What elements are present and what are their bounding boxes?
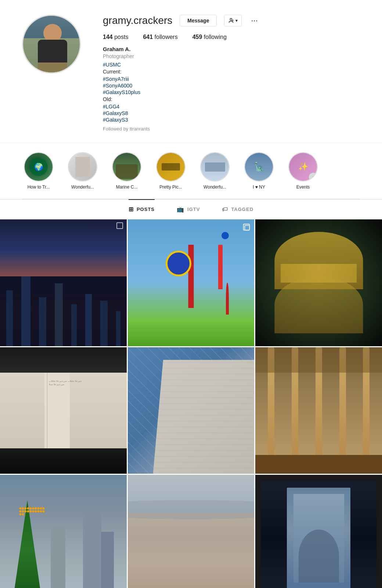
tab-tagged[interactable]: 🏷 TAGGED	[222, 200, 253, 218]
grid-icon: ⊞	[129, 206, 134, 213]
bio-link-sonya6000[interactable]: #SonyA6000	[103, 83, 132, 89]
bio-old: Old:	[103, 96, 112, 102]
posts-label: posts	[114, 34, 128, 40]
followed-by: Followed by ttranrants	[103, 126, 360, 132]
user-check-icon	[228, 18, 234, 24]
photo-cell[interactable]: ةيبرعلا ةغللاب صن ةيبرعلا ةغللاب صن ةيبر…	[0, 347, 127, 474]
bio-link-galaxys8[interactable]: #GalaxyS8	[103, 110, 128, 116]
story-label: Marine C...	[116, 184, 138, 190]
svg-rect-1	[244, 224, 250, 230]
posts-stat[interactable]: 144 posts	[103, 34, 128, 40]
svg-point-0	[230, 18, 232, 20]
multi-photo-icon	[242, 223, 251, 231]
display-name: Graham A.	[103, 46, 360, 52]
followers-stat[interactable]: 641 followers	[143, 34, 177, 40]
username: gramy.crackers	[103, 15, 172, 26]
story-label: Events	[296, 184, 310, 190]
bio-link-galaxys3[interactable]: #GalaxyS3	[103, 117, 128, 123]
bio-link-sonya7riii[interactable]: #SonyA7riii	[103, 76, 129, 82]
avatar[interactable]	[22, 15, 81, 74]
photo-cell[interactable]	[0, 219, 127, 346]
story-label: Wonderfu...	[203, 184, 226, 190]
chevron-down-icon: ▾	[235, 18, 238, 23]
svg-rect-2	[245, 225, 250, 230]
tab-igtv[interactable]: 📺 IGTV	[177, 200, 200, 218]
photo-cell[interactable]	[255, 219, 382, 346]
more-stories-button[interactable]: ›	[309, 173, 318, 182]
bio-link-usmc[interactable]: #USMC	[103, 62, 121, 68]
story-item[interactable]: Wonderfu...	[66, 152, 99, 190]
tabs-section: ⊞ POSTS 📺 IGTV 🏷 TAGGED	[0, 199, 382, 218]
photo-cell[interactable]	[255, 475, 382, 588]
story-item[interactable]: 🗽 I ♥ NY	[242, 152, 275, 190]
stats-row: 144 posts 641 followers 459 following	[103, 34, 360, 40]
tab-tagged-label: TAGGED	[231, 207, 253, 212]
story-label: How to Tr...	[28, 184, 50, 190]
story-item[interactable]: Wonderfu...	[198, 152, 231, 190]
story-label: I ♥ NY	[253, 184, 265, 190]
photo-cell[interactable]	[128, 219, 255, 346]
tab-posts-label: POSTS	[137, 207, 155, 212]
photo-cell[interactable]	[128, 475, 255, 588]
more-options-button[interactable]: ···	[249, 16, 259, 25]
tab-posts[interactable]: ⊞ POSTS	[129, 199, 155, 218]
story-circle[interactable]	[200, 152, 230, 182]
followers-count: 641	[143, 34, 153, 40]
following-count: 459	[192, 34, 202, 40]
bio-current: Current:	[103, 69, 122, 75]
story-item[interactable]: 🌍 How to Tr...	[22, 152, 55, 190]
photo-cell[interactable]: ⬤⬤⬤⬤⬤⬤⬤⬤⬤⬤⬤⬤⬤⬤⬤⬤⬤⬤⬤⬤⬤⬤	[0, 475, 127, 588]
story-item[interactable]: Marine C...	[110, 152, 143, 190]
story-circle[interactable]	[68, 152, 97, 182]
tab-igtv-label: IGTV	[187, 207, 200, 212]
profile-header: gramy.crackers Message ▾ ··· 144 posts 6…	[0, 0, 382, 143]
followers-label: followers	[155, 34, 178, 40]
message-button[interactable]: Message	[180, 15, 217, 26]
photo-cell[interactable]	[128, 347, 255, 474]
story-circle[interactable]: 🗽	[244, 152, 274, 182]
posts-count: 144	[103, 34, 113, 40]
story-circle[interactable]: ✨ ›	[288, 152, 318, 182]
story-circle[interactable]	[112, 152, 141, 182]
following-label: following	[204, 34, 227, 40]
photo-grid: ةيبرعلا ةغللاب صن ةيبرعلا ةغللاب صن ةيبر…	[0, 219, 382, 588]
avatar-container	[22, 15, 81, 74]
follow-dropdown-button[interactable]: ▾	[224, 15, 242, 26]
bio-link-galaxys10plus[interactable]: #GalaxyS10plus	[103, 89, 140, 95]
following-stat[interactable]: 459 following	[192, 34, 227, 40]
story-item[interactable]: ✨ › Events	[286, 152, 320, 190]
photo-cell[interactable]	[255, 347, 382, 474]
bio-link-lgg4[interactable]: #LGG4	[103, 104, 119, 110]
occupation: Photographer	[103, 53, 360, 59]
profile-top-row: gramy.crackers Message ▾ ···	[103, 15, 360, 26]
igtv-icon: 📺	[177, 206, 184, 213]
story-circle[interactable]	[156, 152, 185, 182]
story-circle[interactable]: 🌍	[24, 152, 53, 182]
story-label: Pretty Pic...	[159, 184, 182, 190]
stories-section: 🌍 How to Tr... Wonderfu... Marine C... P…	[0, 143, 382, 199]
tag-icon: 🏷	[222, 206, 228, 213]
story-item[interactable]: Pretty Pic...	[154, 152, 187, 190]
profile-info: gramy.crackers Message ▾ ··· 144 posts 6…	[103, 15, 360, 132]
bio: #USMC Current: #SonyA7riii #SonyA6000 #G…	[103, 61, 360, 123]
story-label: Wonderfu...	[71, 184, 94, 190]
